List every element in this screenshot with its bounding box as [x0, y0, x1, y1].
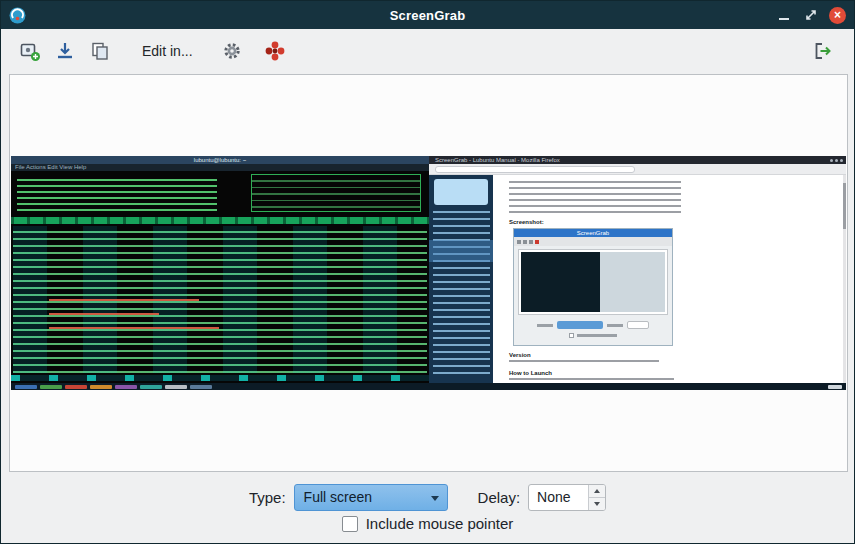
- close-icon: ×: [834, 9, 841, 21]
- include-pointer-label[interactable]: Include mouse pointer: [366, 515, 514, 532]
- preview-taskbar: [11, 383, 846, 390]
- chevron-up-icon: [594, 489, 600, 493]
- type-select-value: Full screen: [304, 489, 372, 505]
- heading-how-to-launch: How to Launch: [509, 369, 552, 377]
- type-select[interactable]: Full screen: [294, 484, 448, 511]
- heading-version: Version: [509, 351, 531, 359]
- close-button[interactable]: ×: [829, 7, 846, 24]
- include-pointer-row: Include mouse pointer: [1, 515, 854, 532]
- delay-value: None: [529, 489, 570, 505]
- preview-browser-title-text: ScreenGrab - Lubuntu Manual - Mozilla Fi…: [435, 156, 560, 164]
- capture-controls: Type: Full screen Delay: None: [1, 482, 854, 512]
- spinner-buttons: [588, 485, 605, 510]
- save-icon: [55, 41, 75, 61]
- nested-screenshot: [521, 252, 665, 312]
- sidebar-toc-lines: [433, 211, 490, 379]
- include-pointer-checkbox[interactable]: [342, 516, 358, 532]
- maximize-icon: [805, 9, 817, 21]
- spin-down-button[interactable]: [589, 498, 605, 510]
- nested-screengrab-image: ScreenGrab: [513, 228, 673, 346]
- new-screenshot-icon: [19, 40, 41, 62]
- nested-preview-frame: [518, 249, 668, 315]
- quit-icon: [813, 41, 833, 61]
- options-button[interactable]: [217, 36, 247, 66]
- nested-type-dropdown: [557, 321, 603, 329]
- screenshot-preview: lubuntu@lubuntu: ~ File Actions Edit Vie…: [11, 156, 846, 390]
- toolbar: Edit in...: [1, 29, 854, 73]
- preview-browser-content: Screenshot: ScreenGrab: [493, 175, 842, 383]
- delay-label: Delay:: [478, 489, 521, 506]
- delay-spinbox[interactable]: None: [528, 484, 606, 511]
- sidebar-thumbnail: [434, 179, 488, 205]
- chevron-down-icon: [431, 496, 439, 501]
- preview-browser-window-buttons: [830, 159, 843, 162]
- new-screenshot-button[interactable]: [15, 36, 45, 66]
- window-controls: ×: [775, 6, 846, 24]
- chevron-down-icon: [594, 502, 600, 506]
- preview-terminal-titlebar: lubuntu@lubuntu: ~: [11, 156, 429, 164]
- preview-browser-window: ScreenGrab - Lubuntu Manual - Mozilla Fi…: [429, 156, 846, 383]
- browser-scrollbar: [843, 175, 846, 383]
- paragraph-lines: [509, 360, 659, 366]
- nested-controls-row: [514, 319, 672, 331]
- gear-icon: [222, 41, 242, 61]
- spin-up-button[interactable]: [589, 485, 605, 498]
- window-title: ScreenGrab: [1, 8, 854, 23]
- type-label: Type:: [249, 489, 286, 506]
- terminal-table-header: [11, 217, 429, 224]
- preview-browser-toolbar: [429, 164, 846, 175]
- edit-in-button[interactable]: Edit in...: [142, 36, 193, 66]
- heading-screenshot: Screenshot:: [509, 218, 544, 226]
- terminal-error-line: [49, 327, 219, 329]
- app-logo-icon: [9, 7, 26, 24]
- terminal-status-box: [251, 174, 421, 212]
- preview-terminal-body: [11, 171, 429, 383]
- preview-browser-titlebar: ScreenGrab - Lubuntu Manual - Mozilla Fi…: [429, 156, 846, 164]
- paragraph-lines: [509, 181, 681, 217]
- nested-toolbar: [514, 237, 672, 246]
- titlebar[interactable]: ScreenGrab ×: [1, 1, 854, 29]
- nested-delay-spinbox: [627, 321, 649, 329]
- quit-button[interactable]: [808, 36, 838, 66]
- minimize-icon: [778, 9, 790, 21]
- preview-browser-urlbar: [435, 166, 635, 173]
- copy-icon: [90, 41, 110, 61]
- preview-browser-body: Screenshot: ScreenGrab: [429, 175, 846, 383]
- sidebar-highlighted-items: [429, 240, 493, 262]
- preview-frame: lubuntu@lubuntu: ~ File Actions Edit Vie…: [9, 74, 848, 472]
- preview-terminal-window: lubuntu@lubuntu: ~ File Actions Edit Vie…: [11, 156, 429, 383]
- save-button[interactable]: [50, 36, 80, 66]
- preview-browser-sidebar: [429, 175, 493, 383]
- terminal-function-key-bar: [11, 375, 429, 381]
- screengrab-window: ScreenGrab ×: [0, 0, 855, 544]
- screengrab-logo-icon: [264, 40, 286, 62]
- terminal-error-line: [49, 313, 159, 315]
- maximize-button[interactable]: [802, 6, 820, 24]
- taskbar-clock: [828, 385, 842, 389]
- terminal-info-lines: [17, 175, 217, 213]
- terminal-error-line: [49, 299, 199, 301]
- copy-button[interactable]: [85, 36, 115, 66]
- preview-terminal-menubar: File Actions Edit View Help: [11, 164, 429, 171]
- nested-window-title: ScreenGrab: [514, 229, 672, 237]
- about-button[interactable]: [260, 36, 290, 66]
- minimize-button[interactable]: [775, 6, 793, 24]
- nested-checkbox-row: [514, 333, 672, 338]
